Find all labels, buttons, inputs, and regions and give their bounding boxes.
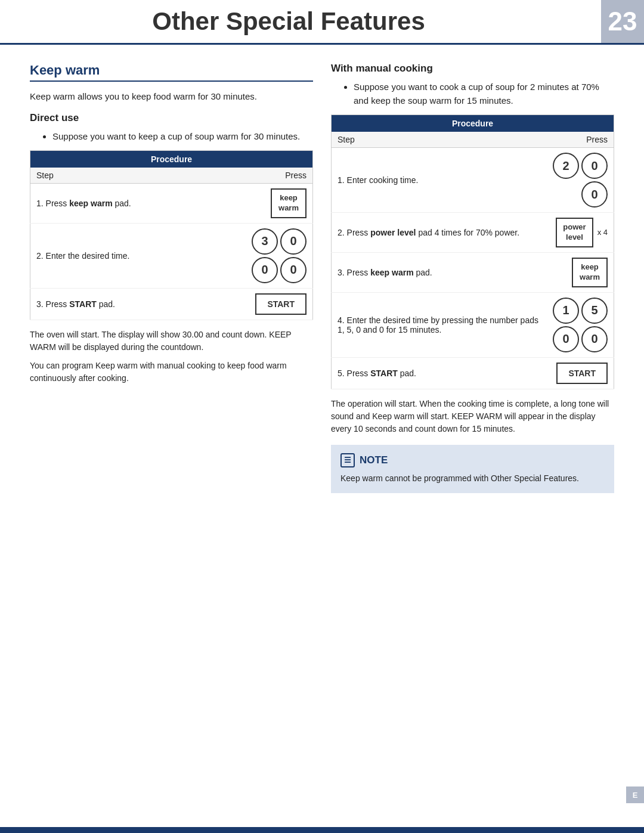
procedure-header-left: Procedure xyxy=(30,151,313,168)
table-row: 5. Press START pad. START xyxy=(332,357,614,389)
left-column: Keep warm Keep warm allows you to keep f… xyxy=(30,63,313,493)
step-3-text-left: 3. Press START pad. xyxy=(30,288,246,320)
direct-use-bullet: Suppose you want to keep a cup of soup w… xyxy=(52,130,313,144)
btn-0e: 0 xyxy=(581,181,608,208)
direct-use-procedure-table: Procedure Step Press 1. Press keep warm … xyxy=(30,150,313,320)
direct-use-para1: The oven will start. The display will sh… xyxy=(30,329,313,354)
page-header: Other Special Features xyxy=(0,0,644,45)
btn-1: 1 xyxy=(553,298,579,324)
procedure-header-right: Procedure xyxy=(332,115,614,132)
note-header: ☰ NOTE xyxy=(340,453,605,467)
press-col-label-left: Press xyxy=(246,168,313,184)
step-2-text-left: 2. Enter the desired time. xyxy=(30,223,246,288)
btn-0d: 0 xyxy=(581,153,608,179)
table-row: 4. Enter the desired time by pressing th… xyxy=(332,292,614,357)
page-title: Other Special Features xyxy=(24,7,596,36)
step-3-press-left: START xyxy=(246,288,313,320)
mc-step-5-text: 5. Press START pad. xyxy=(332,357,547,389)
btn-0c: 0 xyxy=(280,257,306,283)
btn-5: 5 xyxy=(581,298,608,324)
mc-step-4-text: 4. Enter the desired time by pressing th… xyxy=(332,292,547,357)
note-icon: ☰ xyxy=(340,453,355,467)
table-row: 2. Enter the desired time. 3 0 0 0 xyxy=(30,223,313,288)
manual-cooking-procedure-table: Procedure Step Press 1. Enter cooking ti… xyxy=(331,114,614,389)
power-level-btn: powerlevel xyxy=(556,218,593,247)
table-row: 1. Enter cooking time. 2 0 0 xyxy=(332,148,614,213)
bottom-strip xyxy=(0,827,644,833)
manual-cooking-para1: The operation will start. When the cooki… xyxy=(331,398,614,435)
mc-step-1-press: 2 0 0 xyxy=(547,148,614,213)
mc-step-3-press: keepwarm xyxy=(547,252,614,292)
btn-0b: 0 xyxy=(252,257,278,283)
table-row: 2. Press power level pad 4 times for 70%… xyxy=(332,213,614,253)
btn-0f: 0 xyxy=(553,326,579,352)
intro-text: Keep warm allows you to keep food warm f… xyxy=(30,90,313,104)
mc-step-4-press: 1 5 0 0 xyxy=(547,292,614,357)
content-area: Keep warm Keep warm allows you to keep f… xyxy=(0,45,644,511)
btn-3: 3 xyxy=(252,228,278,255)
table-row: 3. Press keep warm pad. keepwarm xyxy=(332,252,614,292)
mc-step-3-text: 3. Press keep warm pad. xyxy=(332,252,547,292)
step-1-text-left: 1. Press keep warm pad. xyxy=(30,184,246,224)
table-row: 1. Press keep warm pad. keepwarm xyxy=(30,184,313,224)
multiplier-x4: x 4 xyxy=(597,228,608,237)
btn-0a: 0 xyxy=(280,228,306,255)
btn-2: 2 xyxy=(553,153,579,179)
step-1-press-left: keepwarm xyxy=(246,184,313,224)
note-box: ☰ NOTE Keep warm cannot be programmed wi… xyxy=(331,445,614,493)
right-column: With manual cooking Suppose you want to … xyxy=(331,63,614,493)
side-letter: E xyxy=(626,786,644,803)
keep-warm-btn-2: keepwarm xyxy=(572,258,608,287)
page-tab: 23 xyxy=(601,0,644,43)
page-number: 23 xyxy=(608,8,637,35)
mc-step-2-text: 2. Press power level pad 4 times for 70%… xyxy=(332,213,547,253)
start-btn-right: START xyxy=(556,363,608,384)
step-col-label-right: Step xyxy=(332,132,547,148)
manual-cooking-heading: With manual cooking xyxy=(331,63,614,75)
direct-use-heading: Direct use xyxy=(30,112,313,124)
note-title: NOTE xyxy=(360,454,388,466)
keep-warm-btn-1: keepwarm xyxy=(271,188,306,218)
mc-step-5-press: START xyxy=(547,357,614,389)
start-btn-left: START xyxy=(255,293,306,315)
btn-0g: 0 xyxy=(581,326,608,352)
step-col-label-left: Step xyxy=(30,168,246,184)
press-col-label-right: Press xyxy=(547,132,614,148)
mc-step-1-text: 1. Enter cooking time. xyxy=(332,148,547,213)
section-title: Keep warm xyxy=(30,63,313,82)
table-row: 3. Press START pad. START xyxy=(30,288,313,320)
note-text: Keep warm cannot be programmed with Othe… xyxy=(340,472,605,485)
step-2-press-left: 3 0 0 0 xyxy=(246,223,313,288)
mc-step-2-press: powerlevel x 4 xyxy=(547,213,614,253)
manual-cooking-bullet: Suppose you want to cook a cup of soup f… xyxy=(354,80,614,107)
direct-use-para2: You can program Keep warm with manual co… xyxy=(30,360,313,385)
